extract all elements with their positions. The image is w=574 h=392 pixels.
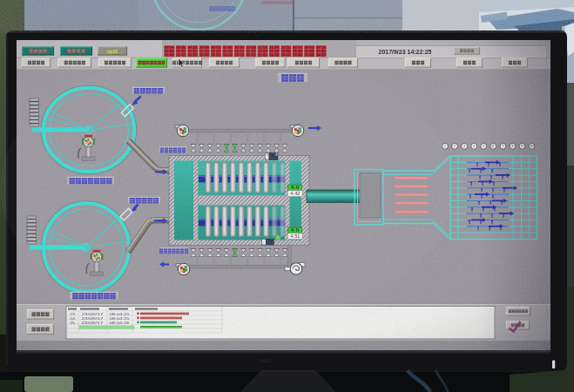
svg-text:AOC: AOC (260, 358, 271, 363)
